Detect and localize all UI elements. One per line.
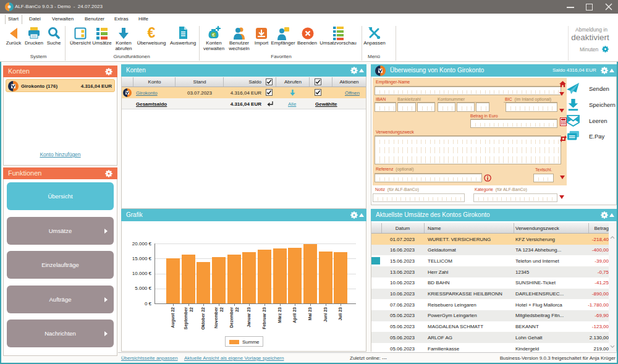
svg-text:€: € <box>212 32 215 38</box>
